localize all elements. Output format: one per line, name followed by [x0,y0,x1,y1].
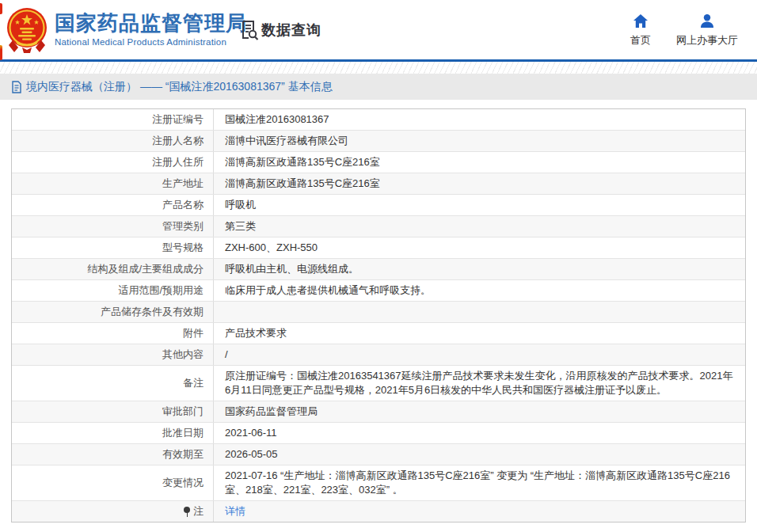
national-emblem-logo [6,7,48,53]
row-label: 其他内容 [12,344,214,365]
nav-service-hall-label: 网上办事大厅 [676,33,738,48]
table-row: 注册证编号国械注准20163081367 [12,109,745,131]
table-row: 注详情 [12,501,745,522]
row-label: 注 [12,501,214,522]
table-row: 其他内容/ [12,344,745,366]
row-value: 淄博高新区政通路135号C座216室 [214,152,745,173]
row-value: 详情 [214,501,745,522]
breadcrumb-text: 境内医疗器械（注册） —— “国械注准20163081367” 基本信息 [26,80,333,94]
table-row: 适用范围/预期用途临床用于成人患者提供机械通气和呼吸支持。 [12,280,745,302]
row-label: 注册证编号 [12,109,214,130]
site-header: 国家药品监督管理局 National Medical Products Admi… [0,0,757,62]
row-value: 淄博中讯医疗器械有限公司 [214,131,745,151]
row-value: 临床用于成人患者提供机械通气和呼吸支持。 [214,280,745,301]
table-row: 产品储存条件及有效期 [12,302,745,323]
row-value: ZXH-600、ZXH-550 [214,238,745,258]
brand-text: 国家药品监督管理局 National Medical Products Admi… [55,7,247,47]
nav-home[interactable]: 首页 [630,13,651,48]
row-value: 第三类 [214,216,745,237]
row-label: 管理类别 [12,216,214,237]
top-nav: 首页 网上办事大厅 [630,13,738,48]
table-row: 审批部门国家药品监督管理局 [12,401,745,423]
row-label: 生产地址 [12,173,214,194]
brand-title: 国家药品监督管理局 [55,12,247,34]
table-row: 管理类别第三类 [12,216,745,238]
row-label: 型号规格 [12,238,214,258]
row-label: 产品名称 [12,195,214,215]
row-value: 国械注准20163081367 [214,109,745,130]
table-row: 备注原注册证编号：国械注准20163541367延续注册产品技术要求未发生变化，… [12,366,745,401]
row-value: 原注册证编号：国械注准20163541367延续注册产品技术要求未发生变化，沿用… [214,366,745,401]
row-label: 注册人名称 [12,131,214,151]
table-row: 有效期至2026-05-05 [12,444,745,466]
brand[interactable]: 国家药品监督管理局 National Medical Products Admi… [6,7,247,53]
table-row: 结构及组成/主要组成成分呼吸机由主机、电源线组成。 [12,259,745,280]
table-row: 生产地址淄博高新区政通路135号C座216室 [12,173,745,195]
table-row: 产品名称呼吸机 [12,195,745,216]
row-value: 淄博高新区政通路135号C座216室 [214,173,745,194]
row-value: 2021-06-11 [214,423,745,443]
row-label: 批准日期 [12,423,214,443]
row-label: 变更情况 [12,466,214,500]
row-label: 有效期至 [12,444,214,465]
row-label: 结构及组成/主要组成成分 [12,259,214,279]
nav-home-label: 首页 [630,33,651,48]
info-table: 注册证编号国械注准20163081367注册人名称淄博中讯医疗器械有限公司注册人… [11,108,746,522]
data-query-icon [240,20,259,40]
data-query[interactable]: 数据查询 [240,20,321,40]
table-row: 注册人名称淄博中讯医疗器械有限公司 [12,131,745,152]
hatch-strip [0,62,757,74]
table-row: 注册人住所淄博高新区政通路135号C座216室 [12,152,745,173]
note-pin-icon [184,507,191,517]
row-label: 产品储存条件及有效期 [12,302,214,322]
row-value: 国家药品监督管理局 [214,401,745,422]
nav-service-hall[interactable]: 网上办事大厅 [676,13,738,48]
row-value: 呼吸机由主机、电源线组成。 [214,259,745,279]
left-edge-decoration [0,3,2,14]
row-value: 呼吸机 [214,195,745,215]
row-value: 2021-07-16 “生产地址：淄博高新区政通路135号C座216室” 变更为… [214,466,745,500]
row-label: 审批部门 [12,401,214,422]
table-row: 附件产品技术要求 [12,323,745,344]
left-edge-decoration [0,45,2,60]
table-row: 型号规格ZXH-600、ZXH-550 [12,238,745,259]
row-label: 备注 [12,366,214,401]
row-label: 注册人住所 [12,152,214,173]
table-row: 变更情况2021-07-16 “生产地址：淄博高新区政通路135号C座216室”… [12,466,745,501]
breadcrumb: 境内医疗器械（注册） —— “国械注准20163081367” 基本信息 [0,74,757,100]
user-icon [699,13,715,28]
row-value: 产品技术要求 [214,323,745,344]
document-icon [11,81,22,93]
data-query-label: 数据查询 [261,21,321,40]
detail-link[interactable]: 详情 [225,504,245,519]
table-row: 批准日期2021-06-11 [12,423,745,444]
row-value: 2026-05-05 [214,444,745,465]
brand-subtitle: National Medical Products Administration [55,37,247,47]
row-label: 适用范围/预期用途 [12,280,214,301]
home-icon [633,13,649,28]
row-value: / [214,344,745,365]
row-value [214,302,745,322]
row-label: 附件 [12,323,214,344]
